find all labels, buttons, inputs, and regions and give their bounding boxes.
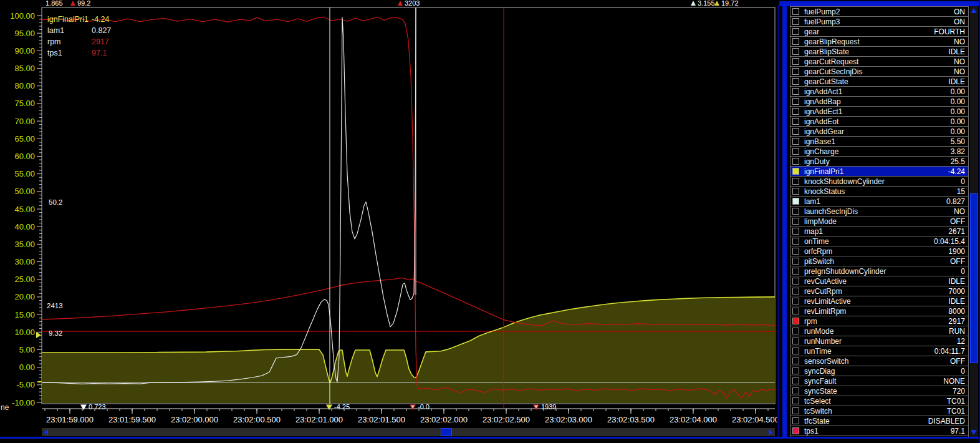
channel-color-swatch[interactable]: [792, 168, 799, 175]
parameter-row-runMode[interactable]: runModeRUN: [790, 326, 968, 336]
panel-splitter[interactable]: [782, 5, 787, 438]
channel-checkbox[interactable]: [792, 348, 799, 354]
parameter-row-syncFault[interactable]: syncFaultNONE: [790, 376, 968, 386]
parameter-row-ignAddEot[interactable]: ignAddEot0.00: [790, 117, 968, 127]
parameter-row-ignFinalPri1[interactable]: ignFinalPri1-4.24: [790, 167, 968, 177]
parameter-row-gearCutState[interactable]: gearCutStateIDLE: [790, 77, 968, 87]
parameter-row-map1[interactable]: map12671: [790, 226, 968, 236]
parameter-row-fuelPump3[interactable]: fuelPump3ON: [790, 17, 968, 27]
channel-checkbox[interactable]: [792, 48, 799, 55]
parameter-row-launchSecInjDis[interactable]: launchSecInjDisNO: [790, 207, 968, 217]
parameter-row-limpMode[interactable]: limpModeOFF: [790, 217, 968, 226]
channel-checkbox[interactable]: [792, 308, 799, 314]
telemetry-chart[interactable]: -10.00-5.000.005.0010.0015.0020.0025.003…: [0, 0, 779, 443]
parameter-row-ignAddEct1[interactable]: ignAddEct10.00: [790, 107, 968, 117]
parameter-row-pitSwitch[interactable]: pitSwitchOFF: [790, 256, 968, 266]
parameter-row-gearCutRequest[interactable]: gearCutRequestNO: [790, 57, 968, 67]
channel-checkbox[interactable]: [792, 417, 799, 424]
channel-checkbox[interactable]: [792, 58, 799, 65]
parameter-row-syncDiag[interactable]: syncDiag0: [790, 366, 968, 376]
parameter-row-runNumber[interactable]: runNumber12: [790, 336, 968, 346]
parameter-row-runTime[interactable]: runTime0:04:11.7: [790, 346, 968, 356]
vertical-scrollbar-thumb[interactable]: [970, 193, 978, 363]
parameter-row-tps1[interactable]: tps197.1: [790, 426, 968, 436]
parameter-row-ignAddAct1[interactable]: ignAddAct10.00: [790, 87, 968, 97]
parameter-row-gearBlipRequest[interactable]: gearBlipRequestNO: [790, 37, 968, 47]
channel-checkbox[interactable]: [792, 238, 799, 245]
channel-checkbox[interactable]: [792, 128, 799, 135]
parameter-row-sensorSwitch[interactable]: sensorSwitchOFF: [790, 356, 968, 366]
parameter-row-revLimitRpm[interactable]: revLimitRpm8000: [790, 306, 968, 316]
channel-checkbox[interactable]: [792, 208, 799, 215]
channel-checkbox[interactable]: [792, 338, 799, 344]
channel-checkbox[interactable]: [792, 278, 799, 285]
y-axis-label: 45.00: [14, 205, 35, 214]
legend-channel-value: 0.827: [92, 26, 111, 35]
parameter-row-lam1[interactable]: lam10.827: [790, 197, 968, 207]
channel-checkbox[interactable]: [792, 88, 799, 95]
parameter-row-preIgnShutdownCylinder[interactable]: preIgnShutdownCylinder0: [790, 266, 968, 276]
parameter-row-ignCharge[interactable]: ignCharge3.82: [790, 147, 968, 157]
parameter-row-onTime[interactable]: onTime0:04:15.4: [790, 236, 968, 246]
channel-checkbox[interactable]: [792, 258, 799, 265]
parameter-row-gearBlipState[interactable]: gearBlipStateIDLE: [790, 47, 968, 57]
horizontal-scrollbar[interactable]: [42, 428, 775, 436]
parameter-row-tcSelect[interactable]: tcSelectTC01: [790, 396, 968, 406]
channel-color-swatch[interactable]: [792, 318, 799, 324]
channel-checkbox[interactable]: [792, 108, 799, 115]
channel-checkbox[interactable]: [792, 248, 799, 255]
channel-checkbox[interactable]: [792, 38, 799, 45]
parameter-row-revLimitActive[interactable]: revLimitActiveIDLE: [790, 296, 968, 306]
parameter-row-tfcState[interactable]: tfcStateDISABLED: [790, 416, 968, 426]
parameter-row-ignAddGear[interactable]: ignAddGear0.00: [790, 127, 968, 137]
channel-checkbox[interactable]: [792, 28, 799, 35]
channel-checkbox[interactable]: [792, 358, 799, 364]
channel-checkbox[interactable]: [792, 218, 799, 225]
parameter-row-gearCutSecInjDis[interactable]: gearCutSecInjDisNO: [790, 67, 968, 77]
channel-checkbox[interactable]: [792, 397, 799, 404]
channel-checkbox[interactable]: [792, 138, 799, 145]
channel-checkbox[interactable]: [792, 68, 799, 75]
channel-checkbox[interactable]: [792, 298, 799, 304]
channel-color-swatch[interactable]: [792, 198, 799, 205]
channel-checkbox[interactable]: [792, 368, 799, 374]
channel-checkbox[interactable]: [792, 78, 799, 85]
chart-panel[interactable]: -10.00-5.000.005.0010.0015.0020.0025.003…: [0, 0, 779, 443]
channel-checkbox[interactable]: [792, 387, 799, 394]
parameter-list[interactable]: fuelPump2ONfuelPump3ONgearFOURTHgearBlip…: [790, 6, 969, 437]
parameter-row-ignAddBap[interactable]: ignAddBap0.00: [790, 97, 968, 107]
parameter-row-revCutActive[interactable]: revCutActiveIDLE: [790, 276, 968, 286]
parameter-row-ignDuty[interactable]: ignDuty25.5: [790, 157, 968, 167]
scroll-left-arrow-icon[interactable]: [44, 429, 48, 436]
parameter-row-knockShutdownCylinder[interactable]: knockShutdownCylinder0: [790, 177, 968, 187]
scroll-up-arrow-icon[interactable]: [971, 8, 977, 13]
channel-checkbox[interactable]: [792, 158, 799, 165]
parameter-row-gear[interactable]: gearFOURTH: [790, 27, 968, 37]
parameter-row-orfcRpm[interactable]: orfcRpm1900: [790, 246, 968, 256]
channel-checkbox[interactable]: [792, 118, 799, 125]
channel-checkbox[interactable]: [792, 268, 799, 275]
scroll-right-arrow-icon[interactable]: [769, 429, 773, 436]
parameter-row-tcSwitch[interactable]: tcSwitchTC01: [790, 406, 968, 416]
channel-checkbox[interactable]: [792, 228, 799, 235]
channel-checkbox[interactable]: [792, 8, 799, 15]
parameter-row-ignBase1[interactable]: ignBase15.50: [790, 137, 968, 147]
channel-checkbox[interactable]: [792, 18, 799, 25]
parameter-row-fuelPump2[interactable]: fuelPump2ON: [790, 7, 968, 17]
parameter-row-revCutRpm[interactable]: revCutRpm7000: [790, 286, 968, 296]
parameter-row-rpm[interactable]: rpm2917: [790, 316, 968, 326]
channel-checkbox[interactable]: [792, 148, 799, 155]
parameter-row-knockStatus[interactable]: knockStatus15: [790, 187, 968, 197]
channel-checkbox[interactable]: [792, 328, 799, 334]
parameter-row-syncState[interactable]: syncState720: [790, 386, 968, 396]
channel-checkbox[interactable]: [792, 377, 799, 384]
vertical-scrollbar[interactable]: [970, 6, 978, 437]
scroll-down-arrow-icon[interactable]: [971, 430, 977, 435]
channel-checkbox[interactable]: [792, 288, 799, 295]
channel-checkbox[interactable]: [792, 407, 799, 414]
channel-checkbox[interactable]: [792, 178, 799, 185]
channel-checkbox[interactable]: [792, 188, 799, 195]
horizontal-scrollbar-thumb[interactable]: [441, 428, 452, 436]
channel-color-swatch[interactable]: [792, 427, 799, 434]
channel-checkbox[interactable]: [792, 98, 799, 105]
